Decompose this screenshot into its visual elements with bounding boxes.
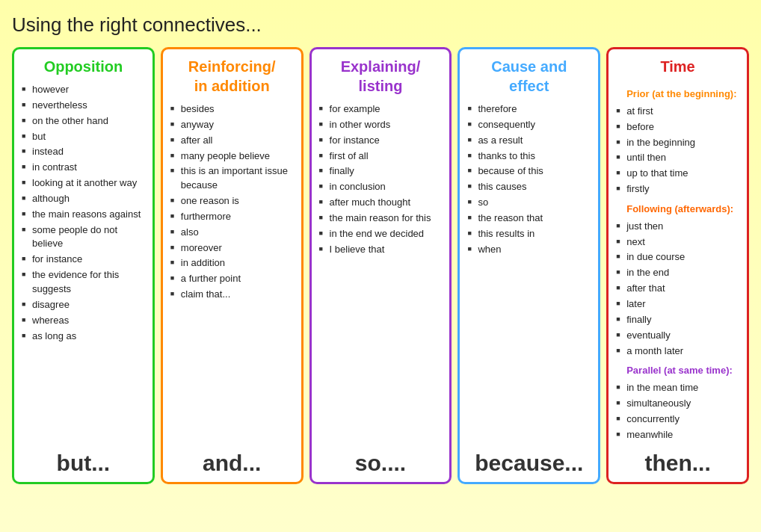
list-item: on the other hand: [22, 114, 145, 129]
list-item: for example: [319, 102, 443, 117]
list-item: in the end we decided: [319, 226, 443, 242]
list-item: simultaneously: [616, 396, 739, 412]
list-item: first of all: [319, 149, 443, 164]
list-item: therefore: [467, 102, 591, 117]
cause-list: thereforeconsequentlyas a resultthanks t…: [467, 102, 591, 443]
list-item: for instance: [22, 252, 145, 267]
list-item: the main reasons against: [22, 207, 145, 223]
list-item: this results in: [467, 226, 591, 242]
list-item: many people believe: [170, 149, 294, 164]
time-footer: then...: [616, 451, 739, 476]
list-item: at first: [616, 104, 739, 120]
list-item: also: [170, 225, 294, 241]
list-item: concurrently: [616, 412, 739, 427]
list-item: until then: [616, 150, 739, 166]
opposition-title: Opposition: [22, 57, 145, 76]
section-label-parallel: Parallel (at same time):: [616, 363, 739, 379]
column-cause: Cause andeffectthereforeconsequentlyas a…: [457, 47, 600, 484]
list-item: this is an important issue because: [170, 164, 294, 194]
list-item: in conclusion: [319, 179, 443, 195]
list-item: in contrast: [22, 160, 145, 176]
list-item: as long as: [22, 329, 145, 344]
list-item: but: [22, 129, 145, 145]
list-item: because of this: [467, 164, 591, 179]
reinforcing-list: besidesanywayafter allmany people believ…: [170, 102, 294, 443]
opposition-list: howeverneverthelesson the other handbuti…: [22, 82, 145, 443]
list-item: a month later: [616, 344, 739, 359]
list-item: in the mean time: [616, 380, 739, 396]
list-item: anyway: [170, 117, 294, 133]
list-item: whereas: [22, 313, 145, 329]
list-item: after that: [616, 281, 739, 297]
explaining-footer: so....: [319, 451, 443, 476]
explaining-title: Explaining/listing: [319, 57, 443, 96]
list-item: for instance: [319, 133, 443, 149]
list-item: the reason that: [467, 211, 591, 226]
list-item: one reason is: [170, 194, 294, 209]
list-item: the main reason for this: [319, 211, 443, 226]
list-item: disagree: [22, 297, 145, 313]
list-item: I believe that: [319, 242, 443, 258]
cause-footer: because...: [467, 451, 591, 476]
list-item: after all: [170, 133, 294, 149]
list-item: in other words: [319, 117, 443, 133]
column-opposition: Oppositionhoweverneverthelesson the othe…: [12, 47, 155, 484]
reinforcing-footer: and...: [170, 451, 294, 476]
list-item: looking at it another way: [22, 176, 145, 191]
section-label-prior: Prior (at the beginning):: [616, 87, 739, 102]
time-list: Prior (at the beginning):at firstbeforei…: [616, 82, 739, 443]
list-item: some people do not believe: [22, 223, 145, 253]
list-item: in addition: [170, 256, 294, 271]
opposition-footer: but...: [22, 451, 145, 476]
list-item: just then: [616, 219, 739, 235]
list-item: besides: [170, 102, 294, 117]
list-item: finally: [616, 312, 739, 328]
list-item: up to that time: [616, 166, 739, 182]
list-item: after much thought: [319, 195, 443, 211]
section-label-following: Following (afterwards):: [616, 202, 739, 217]
list-item: later: [616, 297, 739, 312]
list-item: furthermore: [170, 209, 294, 225]
list-item: meanwhile: [616, 427, 739, 443]
list-item: nevertheless: [22, 98, 145, 114]
list-item: instead: [22, 144, 145, 160]
column-time: TimePrior (at the beginning):at firstbef…: [606, 47, 749, 484]
list-item: before: [616, 120, 739, 135]
list-item: so: [467, 195, 591, 211]
columns-wrapper: Oppositionhoweverneverthelesson the othe…: [12, 47, 749, 484]
list-item: this causes: [467, 179, 591, 195]
cause-title: Cause andeffect: [467, 57, 591, 96]
list-item: in due course: [616, 250, 739, 265]
list-item: firstly: [616, 182, 739, 197]
list-item: a further point: [170, 271, 294, 287]
list-item: eventually: [616, 328, 739, 344]
list-item: moreover: [170, 241, 294, 256]
explaining-list: for examplein other wordsfor instancefir…: [319, 102, 443, 443]
list-item: claim that...: [170, 287, 294, 303]
list-item: thanks to this: [467, 149, 591, 164]
list-item: in the end: [616, 265, 739, 281]
page-title: Using the right connectives...: [12, 13, 749, 37]
list-item: as a result: [467, 133, 591, 149]
column-explaining: Explaining/listingfor examplein other wo…: [309, 47, 452, 484]
list-item: although: [22, 191, 145, 207]
list-item: finally: [319, 164, 443, 179]
list-item: consequently: [467, 117, 591, 133]
list-item: in the beginning: [616, 135, 739, 151]
list-item: the evidence for this suggests: [22, 267, 145, 297]
list-item: however: [22, 82, 145, 98]
list-item: next: [616, 235, 739, 250]
list-item: when: [467, 242, 591, 258]
column-reinforcing: Reinforcing/in additionbesidesanywayafte…: [161, 47, 304, 484]
time-title: Time: [616, 57, 739, 76]
reinforcing-title: Reinforcing/in addition: [170, 57, 294, 96]
